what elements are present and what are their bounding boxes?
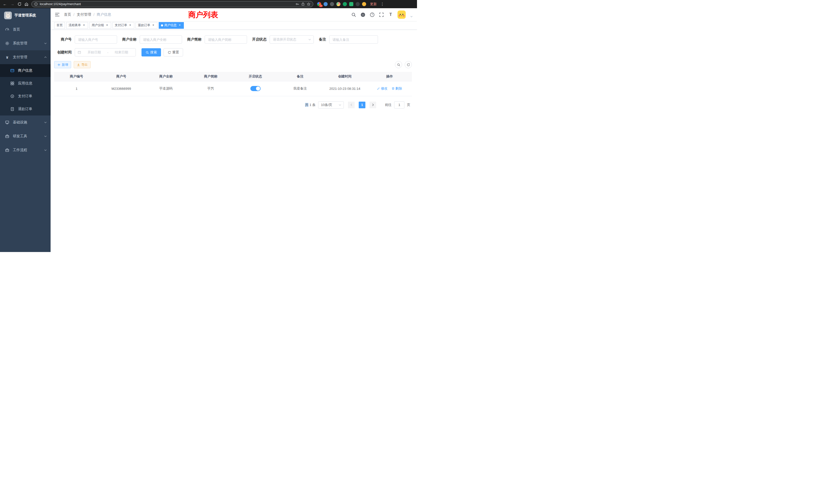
search-button[interactable]: 搜索 [141, 48, 161, 56]
current-page-button[interactable]: 1 [359, 101, 366, 108]
sidebar-item-home[interactable]: 首页 [0, 23, 50, 37]
sidebar-item-label: 研发工具 [13, 134, 27, 139]
user-avatar[interactable] [397, 10, 406, 19]
tab-user-group[interactable]: 用户分组 × [89, 22, 111, 29]
share-icon[interactable] [301, 2, 305, 6]
extension-icon[interactable] [336, 2, 341, 6]
merchant-no-input[interactable] [75, 36, 117, 44]
col-header-remark: 备注 [278, 72, 323, 81]
page-size-select[interactable]: 10条/页 [318, 101, 344, 109]
sidebar-toggle-icon[interactable] [55, 12, 60, 17]
export-button[interactable]: 导出 [74, 61, 91, 68]
filter-row-1: 商户号 商户全称 商户简称 开启状态 请选择开启状态 [54, 36, 412, 44]
sidebar-item-app-info[interactable]: 应用信息 [0, 77, 50, 90]
profile-avatar-icon[interactable] [362, 2, 366, 6]
create-time-range-picker[interactable]: 开始日期 - 结束日期 [75, 48, 136, 56]
remark-input[interactable] [329, 36, 378, 44]
main-area: 首页 / 支付管理 / 商户信息 商户列表 T [50, 8, 417, 252]
edit-button-label: 修改 [381, 86, 388, 91]
tab-merchant-info[interactable]: 商户信息 × [159, 22, 184, 29]
extension-icon[interactable] [324, 2, 328, 6]
toolbox-icon [5, 134, 9, 138]
tab-process-form[interactable]: 流程表单 × [66, 22, 88, 29]
prev-page-button[interactable] [348, 101, 355, 108]
chevron-down-icon [44, 135, 47, 138]
close-icon[interactable]: × [178, 24, 181, 27]
breadcrumb-separator: / [93, 13, 94, 17]
password-key-icon[interactable] [295, 2, 299, 6]
bookmark-star-icon[interactable] [307, 2, 310, 6]
remark-field: 备注 [319, 36, 378, 44]
col-header-merchant-id: 商户编号 [54, 72, 99, 81]
edit-button[interactable]: 修改 [377, 86, 388, 91]
col-header-actions: 操作 [367, 72, 412, 81]
extension-icon[interactable] [349, 2, 353, 6]
extension-icon[interactable] [330, 2, 334, 6]
sidebar-item-merchant-info[interactable]: 商户信息 [0, 64, 50, 77]
sidebar-item-dev-tools[interactable]: 研发工具 [0, 129, 50, 143]
short-name-field: 商户简称 [187, 36, 247, 44]
breadcrumb-home[interactable]: 首页 [64, 12, 71, 17]
yen-icon: ¥ [5, 55, 9, 60]
browser-menu-button[interactable]: ⋮ [380, 0, 385, 8]
avatar-caret-icon[interactable] [410, 15, 413, 18]
browser-back-button[interactable]: ← [3, 0, 7, 8]
status-toggle[interactable] [250, 86, 261, 91]
app-logo[interactable]: 芋道管理系统 [0, 8, 50, 23]
sidebar-item-system[interactable]: 系统管理 [0, 37, 50, 50]
close-icon[interactable]: × [152, 24, 155, 27]
breadcrumb-payment[interactable]: 支付管理 [77, 12, 91, 17]
tab-refund-order[interactable]: 退款订单 × [136, 22, 157, 29]
browser-forward-button[interactable]: → [10, 0, 15, 8]
sidebar-item-payment-order[interactable]: 支付订单 [0, 90, 50, 102]
sidebar-item-payment[interactable]: ¥ 支付管理 [0, 50, 50, 64]
chevron-down-icon [308, 38, 311, 41]
table-header-row: 商户编号 商户号 商户全称 商户简称 开启状态 备注 创建时间 操作 [54, 72, 412, 81]
sidebar-item-infrastructure[interactable]: 基础设施 [0, 115, 50, 129]
cell-create-time: 2021-10-23 08:31:14 [323, 81, 367, 96]
sidebar-item-refund-order[interactable]: 退款订单 [0, 102, 50, 115]
extension-icon[interactable]: 10 [317, 2, 321, 6]
extension-icon[interactable] [356, 2, 360, 6]
browser-home-button[interactable] [24, 2, 28, 6]
status-select[interactable]: 请选择开启状态 [270, 36, 314, 44]
add-button[interactable]: 新增 [54, 61, 71, 68]
close-icon[interactable]: × [105, 24, 109, 27]
tags-view: 首页 流程表单 × 用户分组 × 支付订单 × 退款订单 × 商户信息 × [50, 21, 417, 30]
home-icon [24, 2, 28, 6]
font-size-icon[interactable]: T [388, 12, 393, 17]
col-header-merchant-no: 商户号 [99, 72, 144, 81]
total-prefix: 共 [305, 103, 308, 107]
toggle-search-button[interactable] [395, 61, 402, 68]
help-icon[interactable] [370, 12, 375, 17]
tab-label: 流程表单 [69, 23, 81, 27]
header-search-icon[interactable] [351, 12, 356, 17]
remark-label: 备注 [319, 37, 326, 42]
reset-button[interactable]: 重置 [163, 48, 183, 56]
site-info-icon[interactable] [34, 2, 38, 6]
next-page-button[interactable] [370, 101, 376, 108]
toolbox-icon [5, 148, 9, 152]
plus-icon [57, 63, 61, 66]
tab-payment-order[interactable]: 支付订单 × [112, 22, 134, 29]
tab-home[interactable]: 首页 [54, 22, 65, 29]
delete-button[interactable]: 删除 [392, 86, 402, 91]
refresh-table-button[interactable] [405, 61, 412, 68]
delete-button-label: 删除 [395, 86, 402, 91]
date-separator: - [107, 50, 108, 54]
sidebar-item-workflow[interactable]: 工作流程 [0, 143, 50, 157]
extension-icon[interactable] [343, 2, 347, 6]
close-icon[interactable]: × [82, 24, 86, 27]
goto-page-input[interactable] [394, 101, 404, 109]
close-icon[interactable]: × [128, 24, 132, 27]
github-icon[interactable] [360, 12, 366, 17]
cell-merchant-no: M233666999 [99, 81, 144, 96]
full-name-input[interactable] [140, 36, 182, 44]
pagination: 共1 条 10条/页 1 前往 页 [54, 101, 412, 109]
short-name-input[interactable] [205, 36, 247, 44]
browser-refresh-button[interactable] [18, 2, 22, 6]
address-bar[interactable]: localhost:1024/pay/merchant [31, 1, 313, 7]
search-icon [397, 63, 400, 66]
fullscreen-icon[interactable] [379, 12, 384, 17]
browser-update-button[interactable]: 更新 [370, 2, 377, 6]
